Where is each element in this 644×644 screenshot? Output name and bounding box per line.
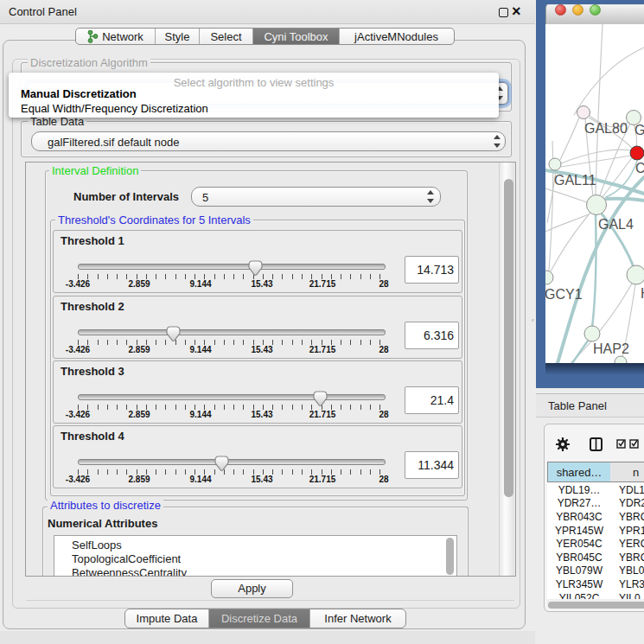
svg-text:H: H: [641, 286, 644, 301]
svg-text:GAL80: GAL80: [584, 121, 628, 136]
svg-text:C: C: [635, 161, 644, 175]
svg-text:GAL4: GAL4: [598, 217, 634, 232]
svg-text:GA: GA: [634, 123, 644, 137]
svg-text:HAP2: HAP2: [593, 341, 629, 356]
svg-text:GAL11: GAL11: [554, 173, 596, 188]
svg-text:GCY1: GCY1: [545, 287, 583, 302]
